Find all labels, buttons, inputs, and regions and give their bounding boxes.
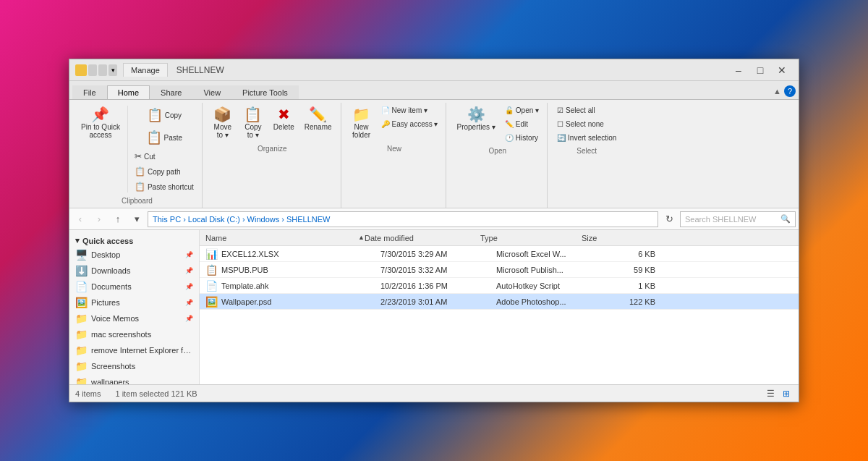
path-local-disk[interactable]: Local Disk (C:) [188, 215, 240, 224]
sidebar-item-screenshots[interactable]: 📁 Screenshots [69, 358, 199, 374]
select-buttons: ☑ Select all ☐ Select none 🔄 Invert sele… [553, 104, 620, 144]
pin-marker4: 📌 [185, 299, 193, 306]
title-bar-icons: ▾ [75, 64, 117, 76]
paste-button[interactable]: 📋 Paste [131, 127, 197, 148]
file-name-ahk: Template.ahk [221, 282, 380, 290]
details-view-button[interactable]: ☰ [764, 387, 777, 400]
open-button[interactable]: 🔓 Open ▾ [501, 104, 542, 117]
invert-selection-label: Invert selection [568, 134, 616, 142]
sidebar-item-mac-screenshots[interactable]: 📁 mac screenshots [69, 326, 199, 342]
history-button[interactable]: 🕐 History [501, 132, 542, 144]
select-none-button[interactable]: ☐ Select none [553, 118, 620, 130]
copy-button[interactable]: 📋 Copy [131, 104, 197, 126]
tab-file[interactable]: File [72, 85, 107, 99]
delete-label: Delete [273, 123, 294, 131]
voice-memos-label: Voice Memos [91, 314, 139, 323]
sidebar-item-voice-memos[interactable]: 📁 Voice Memos 📌 [69, 310, 199, 326]
sidebar-item-pictures[interactable]: 🖼️ Pictures 📌 [69, 295, 199, 310]
edit-label: Edit [516, 120, 528, 128]
sidebar-item-wallpapers[interactable]: 📁 wallpapers [69, 374, 199, 384]
paste-shortcut-button[interactable]: 📋 Paste shortcut [131, 179, 197, 194]
quick-access-header[interactable]: ▾ Quick access [69, 233, 199, 247]
address-path[interactable]: This PC › Local Disk (C:) › Windows › SH… [148, 211, 658, 227]
copy-to-button[interactable]: 📋 Copyto ▾ [239, 104, 268, 142]
open-label: Open ▾ [516, 106, 539, 114]
table-row[interactable]: 📊 EXCEL12.XLSX 7/30/2015 3:29 AM Microso… [200, 246, 799, 262]
up-button[interactable]: ↑ [110, 211, 126, 227]
search-box[interactable]: Search SHELLNEW 🔍 [680, 211, 796, 227]
tab-view[interactable]: View [192, 85, 231, 99]
new-folder-button[interactable]: 📁 Newfolder [347, 104, 376, 142]
copy-path-button[interactable]: 📋 Copy path [131, 164, 197, 179]
select-none-label: Select none [566, 120, 604, 128]
select-col: ☑ Select all ☐ Select none 🔄 Invert sele… [553, 104, 620, 144]
path-this-pc[interactable]: This PC [153, 215, 181, 224]
mac-screenshots-label: mac screenshots [91, 330, 151, 339]
copy-path-icon: 📋 [135, 166, 145, 177]
ribbon: 📌 Pin to Quickaccess 📋 Copy 📋 Paste ✂ [69, 100, 799, 208]
path-windows[interactable]: Windows [247, 215, 280, 224]
recent-locations-button[interactable]: ▾ [129, 211, 145, 227]
wallpapers-label: wallpapers [91, 378, 129, 384]
col-size[interactable]: Size [582, 234, 639, 242]
table-row[interactable]: 🖼️ Wallpaper.psd 2/23/2019 3:01 AM Adobe… [200, 294, 799, 310]
new-item-label: New item ▾ [392, 106, 427, 114]
forward-button[interactable]: › [91, 211, 107, 227]
voice-memos-icon: 📁 [75, 313, 88, 324]
cut-icon: ✂ [135, 151, 142, 161]
move-to-button[interactable]: 📦 Moveto ▾ [208, 104, 237, 142]
large-icons-view-button[interactable]: ⊞ [780, 387, 793, 400]
title-bar: ▾ Manage SHELLNEW – □ ✕ [69, 59, 799, 81]
pin-to-quick-access-button[interactable]: 📌 Pin to Quickaccess [77, 104, 124, 194]
status-bar: 4 items 1 item selected 121 KB ☰ ⊞ [69, 384, 799, 402]
copy-icon: 📋 [147, 107, 163, 123]
back-button[interactable]: ‹ [72, 211, 88, 227]
tab-home[interactable]: Home [107, 85, 150, 99]
rename-button[interactable]: ✏️ Rename [300, 104, 336, 142]
new-buttons: 📁 Newfolder 📄 New item ▾ 🔑 Easy access ▾ [347, 104, 442, 142]
select-all-button[interactable]: ☑ Select all [553, 104, 620, 117]
collapse-ribbon-btn[interactable]: ▲ [773, 87, 781, 96]
desktop-label: Desktop [91, 250, 120, 259]
table-row[interactable]: 📄 Template.ahk 10/2/2016 1:36 PM AutoHot… [200, 278, 799, 294]
clipboard-label: Clipboard [122, 197, 153, 205]
table-row[interactable]: 📋 MSPUB.PUB 7/30/2015 3:32 AM Microsoft … [200, 262, 799, 278]
pin-marker5: 📌 [185, 315, 193, 322]
easy-access-button[interactable]: 🔑 Easy access ▾ [378, 118, 442, 130]
col-date[interactable]: Date modified [365, 234, 480, 242]
properties-button[interactable]: ⚙️ Properties ▾ [452, 104, 499, 144]
new-item-button[interactable]: 📄 New item ▾ [378, 104, 442, 117]
sidebar: ▾ Quick access 🖥️ Desktop 📌 ⬇️ Downloads… [69, 230, 200, 384]
copy-path-label: Copy path [148, 168, 181, 176]
cut-button[interactable]: ✂ Cut [131, 149, 197, 164]
edit-button[interactable]: ✏️ Edit [501, 118, 542, 130]
manage-tab-label[interactable]: Manage [123, 63, 168, 77]
dropdown-icon[interactable]: ▾ [109, 64, 117, 76]
col-type[interactable]: Type [480, 234, 582, 242]
close-button[interactable]: ✕ [771, 59, 793, 81]
tab-picture-tools[interactable]: Picture Tools [231, 85, 299, 99]
invert-selection-button[interactable]: 🔄 Invert selection [553, 132, 620, 144]
window-controls: – □ ✕ [728, 59, 793, 81]
file-type-excel: Microsoft Excel W... [496, 250, 597, 258]
sidebar-item-downloads[interactable]: ⬇️ Downloads 📌 [69, 263, 199, 279]
sidebar-item-documents[interactable]: 📄 Documents 📌 [69, 279, 199, 295]
maximize-button[interactable]: □ [749, 59, 771, 81]
refresh-button[interactable]: ↻ [661, 211, 677, 227]
col-name[interactable]: Name ▲ [205, 234, 365, 242]
search-icon[interactable]: 🔍 [780, 214, 791, 224]
open-group: ⚙️ Properties ▾ 🔓 Open ▾ ✏️ Edit 🕐 Histo… [448, 103, 548, 208]
path-shellnew[interactable]: SHELLNEW [286, 215, 331, 224]
tab-share[interactable]: Share [150, 85, 192, 99]
file-list-header: Name ▲ Date modified Type Size [200, 230, 799, 246]
move-icon: 📦 [213, 107, 231, 122]
file-type-pub: Microsoft Publish... [496, 266, 597, 274]
main-area: ▾ Quick access 🖥️ Desktop 📌 ⬇️ Downloads… [69, 230, 799, 384]
minimize-button[interactable]: – [728, 59, 749, 81]
delete-button[interactable]: ✖ Delete [269, 104, 299, 142]
sidebar-item-remove-ie[interactable]: 📁 remove Internet Explorer fron [69, 342, 199, 358]
quick-access-label: Quick access [82, 237, 133, 245]
sidebar-item-desktop[interactable]: 🖥️ Desktop 📌 [69, 247, 199, 263]
help-button[interactable]: ? [784, 85, 796, 97]
selection-info: 1 item selected 121 KB [115, 389, 197, 398]
